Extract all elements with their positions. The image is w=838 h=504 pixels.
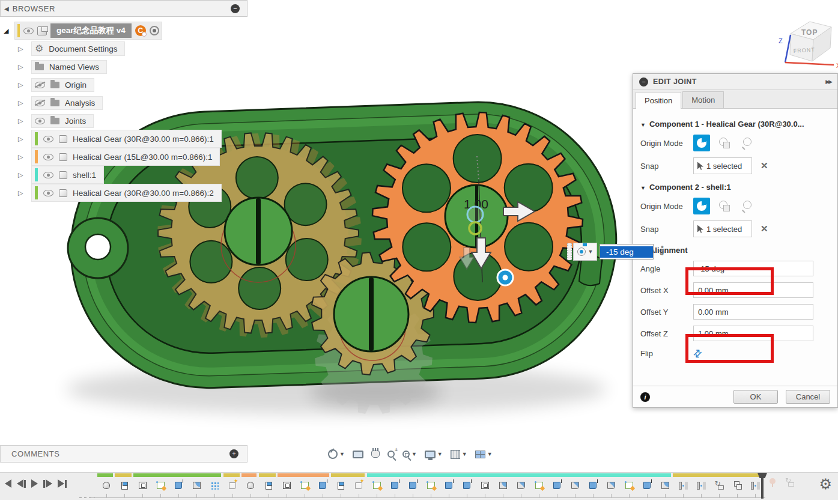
suppressed-motion-icon[interactable] xyxy=(785,478,794,487)
timeline-item-base[interactable] xyxy=(97,478,115,493)
angle-inline-input[interactable]: -15 deg xyxy=(600,244,654,260)
timeline-item-box[interactable] xyxy=(476,478,494,493)
timeline-item-chamfer[interactable] xyxy=(566,478,584,493)
chevron-down-icon[interactable]: ▼ xyxy=(339,451,345,457)
step-back-button[interactable] xyxy=(17,479,26,488)
timeline-item-extrude[interactable] xyxy=(458,478,476,493)
component2-section-header[interactable]: ▼Component 2 - shell:1 xyxy=(640,183,830,192)
tree-item-label[interactable]: Joints xyxy=(65,117,86,126)
eye-off-icon[interactable] xyxy=(35,100,45,106)
tree-item-shell-1[interactable]: ▷shell:1 xyxy=(18,166,222,184)
timeline-item-sketch[interactable] xyxy=(151,478,169,493)
timeline-item-sketch[interactable] xyxy=(422,478,440,493)
snap-clear-icon[interactable]: ✕ xyxy=(761,223,768,234)
tree-item-healical-gear-30r-30-00-m-0-866-[interactable]: ▷Healical Gear (30R@30.00 m=0.866):1 xyxy=(18,130,222,148)
timeline-settings-gear-icon[interactable]: ⚙ xyxy=(819,477,832,491)
info-icon[interactable]: i xyxy=(640,392,650,402)
timeline-item-fillet[interactable] xyxy=(494,478,512,493)
snap-selection-button[interactable]: 1 selected xyxy=(693,220,752,237)
tree-item-healical-gear-15l-30-00-m-0-866-[interactable]: ▷Healical Gear (15L@30.00 m=0.866):1 xyxy=(18,148,222,166)
snap-clear-icon[interactable]: ✕ xyxy=(761,160,768,171)
tree-item-origin[interactable]: ▷Origin xyxy=(18,76,222,94)
timeline-item-extrude[interactable] xyxy=(386,478,404,493)
root-expander-icon[interactable]: ◢ xyxy=(4,27,14,35)
timeline-item-flag[interactable] xyxy=(332,478,350,493)
component1-section-header[interactable]: ▼Component 1 - Healical Gear (30R@30.0..… xyxy=(640,120,830,129)
add-comment-button[interactable]: + xyxy=(229,449,238,458)
tree-item-label[interactable]: Analysis xyxy=(65,99,95,108)
activate-component-radio[interactable] xyxy=(150,26,159,35)
timeline-item-sketch[interactable] xyxy=(296,478,314,493)
eye-icon[interactable] xyxy=(43,172,53,178)
chevron-down-icon[interactable]: ▼ xyxy=(487,451,493,457)
tree-item-analysis[interactable]: ▷Analysis xyxy=(18,94,222,112)
timeline-item-fillet[interactable] xyxy=(656,478,674,493)
tree-item-named-views[interactable]: ▷Named Views xyxy=(18,58,222,76)
timeline-item-extrude[interactable] xyxy=(548,478,566,493)
timeline-item-joint[interactable] xyxy=(674,478,692,493)
look-at-button[interactable] xyxy=(353,451,363,458)
viewports-button[interactable]: ▼ xyxy=(475,451,493,458)
tree-item-label[interactable]: Origin xyxy=(65,80,87,90)
timeline-item-extrude[interactable] xyxy=(404,478,422,493)
origin-mode-two-edges-button[interactable] xyxy=(739,135,756,151)
browser-collapse-icon[interactable]: ◀ xyxy=(4,5,9,12)
eye-icon[interactable] xyxy=(43,136,53,142)
tree-root-row[interactable]: ◢ gear纪念品教程 v4 C xyxy=(4,22,162,40)
eye-icon[interactable] xyxy=(23,28,34,34)
cloud-status-badge[interactable]: C xyxy=(135,25,146,36)
toolbar-drag-handle[interactable] xyxy=(567,243,572,260)
timeline-item-joint[interactable] xyxy=(692,478,710,493)
play-button[interactable] xyxy=(31,479,38,488)
tree-item-label[interactable]: Healical Gear (30R@30.00 m=0.866):2 xyxy=(73,189,214,198)
origin-mode-simple-button[interactable] xyxy=(693,135,710,151)
cancel-button[interactable]: Cancel xyxy=(786,390,830,404)
origin-mode-simple-button[interactable] xyxy=(693,198,710,214)
go-to-end-button[interactable] xyxy=(58,479,67,488)
dialog-header[interactable]: − EDIT JOINT ▶▶ xyxy=(633,74,837,90)
eye-icon[interactable] xyxy=(43,190,53,196)
timeline-item-fillet[interactable] xyxy=(187,478,205,493)
timeline-item-chamfer[interactable] xyxy=(512,478,530,493)
tab-position[interactable]: Position xyxy=(636,92,681,109)
tree-item-label[interactable]: Named Views xyxy=(49,62,99,71)
tree-item-label[interactable]: Document Settings xyxy=(49,44,117,53)
zoom-button[interactable] xyxy=(387,451,395,458)
toolbar-overflow-dots[interactable]: ••• xyxy=(661,245,664,256)
suppressed-pin-icon[interactable] xyxy=(770,478,776,484)
timeline-item-extrude[interactable] xyxy=(584,478,602,493)
expander-icon[interactable]: ▷ xyxy=(18,135,31,143)
expander-icon[interactable]: ▷ xyxy=(18,171,31,179)
origin-mode-two-edges-button[interactable] xyxy=(739,198,756,214)
joint-origin-ring[interactable] xyxy=(467,207,483,222)
tree-item-label[interactable]: Healical Gear (30R@30.00 m=0.866):1 xyxy=(73,135,214,144)
timeline-item-sketch[interactable] xyxy=(620,478,638,493)
timeline-item-box[interactable] xyxy=(278,478,296,493)
timeline-item-sketch[interactable] xyxy=(530,478,548,493)
timeline-item-extrude[interactable] xyxy=(169,478,187,493)
tab-motion[interactable]: Motion xyxy=(682,91,724,108)
alignment-section-header[interactable]: ▼Alignment xyxy=(640,246,830,255)
tree-item-joints[interactable]: ▷Joints xyxy=(18,112,222,130)
go-to-start-button[interactable] xyxy=(5,479,11,488)
timeline-item-new[interactable] xyxy=(350,478,368,493)
expander-icon[interactable]: ▷ xyxy=(18,99,31,107)
chevron-down-icon[interactable]: ▼ xyxy=(437,451,443,457)
step-forward-button[interactable] xyxy=(43,479,52,488)
origin-mode-between-faces-button[interactable] xyxy=(716,135,733,151)
timeline-playhead[interactable] xyxy=(758,473,767,499)
timeline-item-base[interactable] xyxy=(241,478,260,493)
timeline-item-pattern[interactable] xyxy=(205,478,223,493)
orbit-button[interactable]: ▼ xyxy=(328,449,345,459)
chevron-down-icon[interactable]: ▼ xyxy=(462,451,467,457)
offset-y-field[interactable]: 0.00 mm xyxy=(693,304,813,320)
origin-mode-between-faces-button[interactable] xyxy=(716,198,733,214)
dialog-expand-icon[interactable]: ▶▶ xyxy=(825,79,831,85)
display-settings-button[interactable]: ▼ xyxy=(425,451,443,458)
expander-icon[interactable]: ▷ xyxy=(18,63,31,71)
eye-icon[interactable] xyxy=(43,154,53,160)
eye-off-icon[interactable] xyxy=(35,82,45,88)
timeline-item-box[interactable] xyxy=(133,478,151,493)
dialog-collapse-icon[interactable]: − xyxy=(639,77,648,87)
eye-icon[interactable] xyxy=(35,118,45,124)
